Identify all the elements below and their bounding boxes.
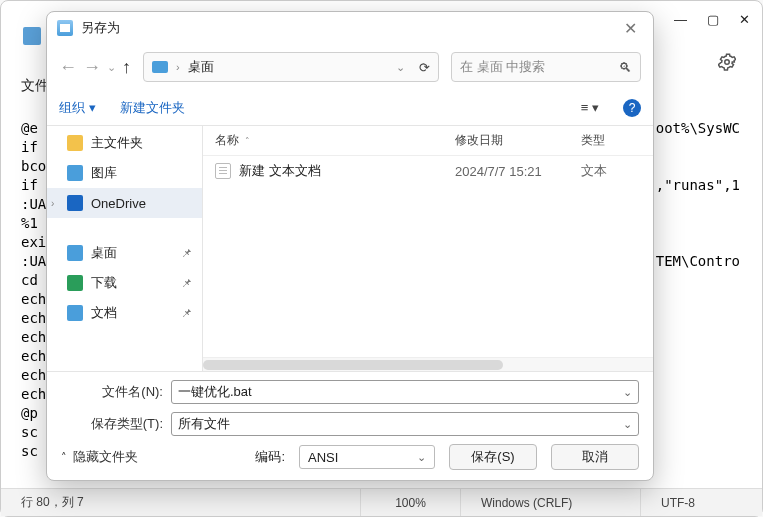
filename-input[interactable]: 一键优化.bat ⌄ xyxy=(171,380,639,404)
filetype-label: 保存类型(T): xyxy=(61,415,163,433)
address-bar-row: ← → ⌄ ↑ › 桌面 ⌄ ⟳ 在 桌面 中搜索 🔍︎ xyxy=(47,44,653,90)
status-zoom: 100% xyxy=(361,489,461,516)
sidebar-item-label: OneDrive xyxy=(91,196,146,211)
file-type: 文本 xyxy=(569,162,653,180)
column-type[interactable]: 类型 xyxy=(569,132,653,149)
gear-icon[interactable] xyxy=(718,53,736,71)
sidebar-item-home[interactable]: 主文件夹 xyxy=(47,128,202,158)
chevron-down-icon[interactable]: ⌄ xyxy=(107,61,116,74)
path-segment[interactable]: 桌面 xyxy=(188,58,214,76)
sidebar-item-label: 文档 xyxy=(91,304,117,322)
file-date: 2024/7/7 15:21 xyxy=(443,164,569,179)
file-menu[interactable]: 文件 xyxy=(21,77,49,95)
organize-menu[interactable]: 组织 ▾ xyxy=(59,99,96,117)
chevron-down-icon: ˄ xyxy=(61,451,67,464)
dialog-title: 另存为 xyxy=(81,19,618,37)
cancel-button[interactable]: 取消 xyxy=(551,444,639,470)
pin-icon: 📌︎ xyxy=(181,277,192,289)
notepad-icon xyxy=(57,20,73,36)
sidebar-item-label: 下载 xyxy=(91,274,117,292)
filename-label: 文件名(N): xyxy=(61,383,163,401)
horizontal-scrollbar[interactable] xyxy=(203,357,653,371)
sidebar-item-label: 桌面 xyxy=(91,244,117,262)
encoding-select[interactable]: ANSI ⌄ xyxy=(299,445,435,469)
save-as-dialog: 另存为 ✕ ← → ⌄ ↑ › 桌面 ⌄ ⟳ 在 桌面 中搜索 🔍︎ 组织 ▾ … xyxy=(46,11,654,481)
sidebar-item-documents[interactable]: 文档 📌︎ xyxy=(47,298,202,328)
nav-up-icon[interactable]: ↑ xyxy=(122,57,131,78)
filetype-select[interactable]: 所有文件 ⌄ xyxy=(171,412,639,436)
search-input[interactable]: 在 桌面 中搜索 🔍︎ xyxy=(451,52,641,82)
nav-forward-icon[interactable]: → xyxy=(83,57,101,78)
chevron-down-icon[interactable]: ⌄ xyxy=(623,418,632,431)
sidebar: 主文件夹 图库 › OneDrive 桌面 📌︎ 下载 📌︎ xyxy=(47,126,203,371)
sidebar-item-label: 图库 xyxy=(91,164,117,182)
maximize-icon[interactable]: ▢ xyxy=(707,12,719,27)
new-folder-button[interactable]: 新建文件夹 xyxy=(120,99,185,117)
dialog-bottom: 文件名(N): 一键优化.bat ⌄ 保存类型(T): 所有文件 ⌄ ˄ 隐藏文… xyxy=(47,371,653,480)
refresh-icon[interactable]: ⟳ xyxy=(419,60,430,75)
home-icon xyxy=(67,135,83,151)
chevron-down-icon[interactable]: ⌄ xyxy=(417,451,426,464)
search-placeholder: 在 桌面 中搜索 xyxy=(460,58,619,76)
chevron-down-icon[interactable]: ⌄ xyxy=(623,386,632,399)
document-icon xyxy=(67,305,83,321)
sidebar-item-downloads[interactable]: 下载 📌︎ xyxy=(47,268,202,298)
chevron-right-icon[interactable]: › xyxy=(51,198,54,209)
chevron-down-icon[interactable]: ⌄ xyxy=(396,61,405,74)
toolbar: 组织 ▾ 新建文件夹 ≡ ▾ ? xyxy=(47,90,653,126)
minimize-icon[interactable]: — xyxy=(674,12,687,27)
sidebar-item-gallery[interactable]: 图库 xyxy=(47,158,202,188)
status-bar: 行 80，列 7 100% Windows (CRLF) UTF-8 xyxy=(1,488,762,516)
pin-icon: 📌︎ xyxy=(181,307,192,319)
column-name[interactable]: 名称 ˄ xyxy=(203,132,443,149)
search-icon: 🔍︎ xyxy=(619,60,632,75)
status-encoding: UTF-8 xyxy=(641,489,762,516)
desktop-icon xyxy=(67,245,83,261)
sidebar-item-desktop[interactable]: 桌面 📌︎ xyxy=(47,238,202,268)
column-date[interactable]: 修改日期 xyxy=(443,132,569,149)
status-position: 行 80，列 7 xyxy=(1,489,361,516)
dialog-titlebar: 另存为 ✕ xyxy=(47,12,653,44)
status-eol: Windows (CRLF) xyxy=(461,489,641,516)
hide-folders-toggle[interactable]: ˄ 隐藏文件夹 xyxy=(61,448,138,466)
path-box[interactable]: › 桌面 ⌄ ⟳ xyxy=(143,52,439,82)
column-headers: 名称 ˄ 修改日期 类型 xyxy=(203,126,653,156)
sidebar-item-label: 主文件夹 xyxy=(91,134,143,152)
chevron-right-icon: › xyxy=(176,61,180,73)
desktop-icon xyxy=(152,61,168,73)
file-list: 名称 ˄ 修改日期 类型 新建 文本文档 2024/7/7 15:21 文本 xyxy=(203,126,653,371)
save-button[interactable]: 保存(S) xyxy=(449,444,537,470)
file-name: 新建 文本文档 xyxy=(239,162,321,180)
svg-point-0 xyxy=(725,60,730,65)
onedrive-icon xyxy=(67,195,83,211)
encoding-label: 编码: xyxy=(255,448,285,466)
pin-icon: 📌︎ xyxy=(181,247,192,259)
close-icon[interactable]: ✕ xyxy=(739,12,750,27)
close-icon[interactable]: ✕ xyxy=(618,19,643,38)
text-file-icon xyxy=(215,163,231,179)
gallery-icon xyxy=(67,165,83,181)
view-menu[interactable]: ≡ ▾ xyxy=(581,100,599,115)
table-row[interactable]: 新建 文本文档 2024/7/7 15:21 文本 xyxy=(203,156,653,186)
help-icon[interactable]: ? xyxy=(623,99,641,117)
sidebar-item-onedrive[interactable]: › OneDrive xyxy=(47,188,202,218)
sort-caret-icon: ˄ xyxy=(245,136,250,146)
nav-back-icon[interactable]: ← xyxy=(59,57,77,78)
notepad-app-icon xyxy=(23,27,41,45)
download-icon xyxy=(67,275,83,291)
